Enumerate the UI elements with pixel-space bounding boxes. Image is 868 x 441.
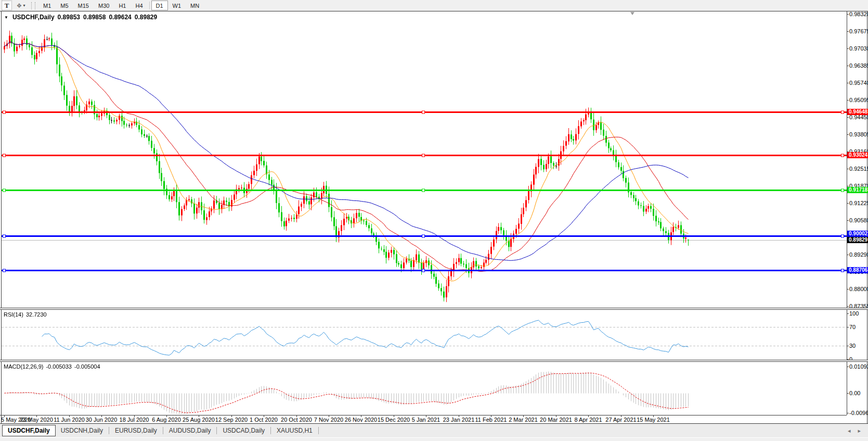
- indicator-axis-label: 100: [849, 310, 859, 317]
- macd-panel-canvas[interactable]: [0, 362, 847, 415]
- timeframe-button-w1[interactable]: W1: [168, 1, 186, 10]
- hline-price-tag: 0.89829: [847, 237, 868, 243]
- price-tick: [847, 306, 849, 307]
- date-axis-label: 2 Mar 2021: [509, 417, 538, 423]
- timeframe-button-m5[interactable]: M5: [56, 1, 73, 10]
- toolbar: T ❖ ▾ M1M5M15M30H1H4D1W1MN: [0, 0, 868, 11]
- quote-close: 0.89829: [135, 14, 157, 21]
- price-tick: [847, 48, 849, 49]
- date-axis-label: 11 Jun 2020: [54, 417, 85, 423]
- toolbar-grip: [31, 2, 35, 9]
- date-axis-label: 15 Dec 2020: [378, 417, 410, 423]
- hline-price-tag: 0.94648: [847, 109, 868, 115]
- dropdown-caret-icon: ▾: [23, 4, 25, 8]
- price-axis-line: [847, 11, 847, 415]
- hline-price-tag: 0.88706: [847, 267, 868, 273]
- chart-symbol-label: USDCHF,Daily: [12, 14, 55, 21]
- panel-splitter-rsi[interactable]: [0, 308, 868, 310]
- price-tick: [847, 100, 849, 100]
- chart-title: ▼ USDCHF,Daily 0.89853 0.89858 0.89624 0…: [4, 14, 157, 21]
- price-axis-label: 0.89290: [849, 251, 868, 258]
- text-tool-button[interactable]: T: [2, 1, 12, 10]
- price-axis-label: 0.95740: [849, 80, 868, 86]
- date-axis-label: 15 May 2021: [637, 417, 670, 423]
- price-tick: [847, 186, 849, 186]
- time-axis-line: [0, 415, 847, 415]
- chart-tab-usdcnh[interactable]: USDCNH,Daily: [56, 425, 108, 436]
- price-axis-label: 0.96385: [849, 62, 868, 69]
- timeframe-button-m1[interactable]: M1: [38, 1, 56, 10]
- quote-low: 0.89624: [109, 14, 131, 21]
- price-axis-label: 0.90580: [849, 217, 868, 223]
- chart-tab-xauusd[interactable]: XAUUSD,H1: [271, 425, 318, 436]
- date-axis-label: 30 Jun 2020: [86, 417, 118, 423]
- timeframe-button-d1[interactable]: D1: [151, 1, 168, 10]
- tab-separator: [109, 427, 109, 434]
- indicator-axis-label: 0.010933: [849, 363, 868, 370]
- date-axis-label: 23 Jan 2021: [443, 417, 475, 423]
- price-axis-label: 0.92515: [849, 166, 868, 172]
- timeframe-button-m15[interactable]: M15: [73, 1, 94, 10]
- date-axis-label: 7 Nov 2020: [314, 417, 343, 423]
- timeframe-button-m30[interactable]: M30: [94, 1, 114, 10]
- rsi-name: RSI(14): [4, 311, 23, 318]
- timeframe-button-h1[interactable]: H1: [114, 1, 131, 10]
- indicator-axis-label: 0.00: [849, 390, 860, 396]
- date-axis-label: 11 Feb 2021: [475, 417, 507, 423]
- indicator-axis-label: 70: [849, 324, 856, 330]
- hline-price-tag: 0.90002: [847, 231, 868, 237]
- indicator-tick: [847, 413, 849, 413]
- trading-terminal: T ❖ ▾ M1M5M15M30H1H4D1W1MN ▼ USDCHF,Dail…: [0, 0, 868, 441]
- indicator-axis-label: -0.00965: [849, 410, 868, 416]
- price-tick: [847, 169, 849, 169]
- rsi-panel-canvas[interactable]: [0, 310, 847, 360]
- quote-open: 0.89853: [58, 14, 80, 21]
- status-strip: [0, 438, 868, 441]
- indicator-tick: [847, 327, 849, 327]
- price-tick: [847, 83, 849, 83]
- indicator-tick: [847, 367, 849, 367]
- date-axis-label: 6 Aug 2020: [152, 417, 181, 423]
- date-axis-label: 25 Aug 2020: [183, 417, 215, 423]
- price-axis-label: 0.91225: [849, 200, 868, 206]
- chart-tab-usdcad[interactable]: USDCAD,Daily: [217, 425, 270, 436]
- collapse-triangle-icon[interactable]: ▼: [4, 15, 8, 20]
- chart-tab-usdchf[interactable]: USDCHF,Daily: [2, 425, 56, 436]
- date-axis-label: 20 Oct 2020: [281, 417, 312, 423]
- date-axis-label: 27 Apr 2021: [605, 417, 636, 423]
- objects-tool-icon: ❖: [17, 3, 22, 9]
- chart-tabs: USDCHF,DailyUSDCNH,DailyEURUSD,DailyAUDU…: [0, 425, 319, 436]
- date-axis-label: 23 May 2020: [20, 417, 53, 423]
- price-tick: [847, 255, 849, 255]
- chart-tab-audusd[interactable]: AUDUSD,Daily: [164, 425, 216, 436]
- macd-label: MACD(12,26,9) -0.005033 -0.005004: [4, 363, 100, 370]
- price-tick: [847, 31, 849, 32]
- price-axis-label: 0.97030: [849, 45, 868, 52]
- tab-separator: [270, 427, 271, 434]
- objects-tool-button[interactable]: ❖ ▾: [15, 1, 27, 10]
- timeframe-button-mn[interactable]: MN: [186, 1, 204, 10]
- tab-scroll-right-icon[interactable]: ▸: [858, 427, 861, 434]
- indicator-tick: [847, 346, 849, 346]
- macd-name: MACD(12,26,9): [4, 363, 43, 370]
- chart-shift-marker[interactable]: [630, 12, 634, 15]
- price-chart-canvas[interactable]: [0, 11, 847, 308]
- price-tick: [847, 14, 849, 15]
- tab-scroll-left-icon[interactable]: ◂: [848, 427, 851, 434]
- panel-splitter-macd[interactable]: [0, 360, 868, 362]
- tab-scroll-arrows: ◂ ▸: [848, 427, 861, 434]
- timeframe-button-h4[interactable]: H4: [131, 1, 147, 10]
- rsi-label: RSI(14) 32.7230: [4, 311, 47, 318]
- chart-tab-bar: USDCHF,DailyUSDCNH,DailyEURUSD,DailyAUDU…: [0, 424, 868, 437]
- rsi-value: 32.7230: [26, 311, 47, 318]
- price-axis-label: 0.97675: [849, 28, 868, 34]
- chart-tab-eurusd[interactable]: EURUSD,Daily: [110, 425, 162, 436]
- hline-price-tag: 0.93024: [847, 152, 868, 158]
- price-tick: [847, 203, 849, 204]
- macd-signal-value: -0.005004: [74, 363, 100, 370]
- date-axis-label: 5 Jan 2021: [412, 417, 440, 423]
- price-axis-label: 0.95095: [849, 97, 868, 103]
- quote-high: 0.89858: [83, 14, 106, 21]
- date-axis-label: 8 Apr 2021: [574, 417, 602, 423]
- date-axis-label: 18 Jul 2020: [120, 417, 149, 423]
